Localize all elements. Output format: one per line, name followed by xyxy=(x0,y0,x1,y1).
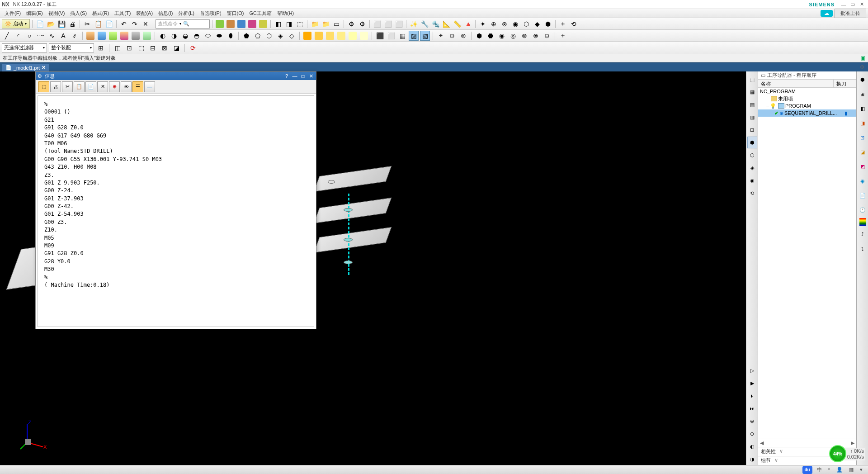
col-toolchange[interactable]: 换刀 xyxy=(834,80,856,87)
menu-prefs[interactable]: 首选项(P) xyxy=(197,9,224,18)
tool-icon[interactable]: ⬣ xyxy=(486,31,495,41)
tool-icon[interactable]: ◇ xyxy=(287,31,297,41)
tool-icon[interactable]: ⌖ xyxy=(436,31,446,41)
rail-icon[interactable]: ⬡ xyxy=(747,149,757,161)
hatch-icon[interactable]: ▧ xyxy=(420,31,430,41)
fillet-icon[interactable] xyxy=(131,31,141,41)
tool-icon[interactable] xyxy=(236,19,246,29)
footer-rel[interactable]: 相关性 xyxy=(761,448,776,455)
cut-icon[interactable]: ✂ xyxy=(82,19,92,29)
tool-icon[interactable]: ⊜ xyxy=(531,31,541,41)
resource-icon[interactable]: 🕐 xyxy=(858,204,868,216)
navigator-tree[interactable]: NC_PROGRAM 未用项 − 💡 PROGRAM ✔ ⊕ SEQUENTIA… xyxy=(758,88,856,439)
list-icon[interactable]: ☰ xyxy=(132,81,143,92)
tool-icon[interactable]: ⬛ xyxy=(375,31,385,41)
menu-file[interactable]: 文件(F) xyxy=(2,9,24,18)
rail-icon[interactable]: ⊕ xyxy=(747,415,757,427)
resource-icon[interactable]: ◧ xyxy=(858,102,868,115)
tool-icon[interactable]: ◐ xyxy=(158,31,168,41)
cut-icon[interactable]: ✂ xyxy=(62,81,73,92)
settings-gear-icon[interactable]: ⚙ xyxy=(860,64,866,71)
rail-icon[interactable]: ▷ xyxy=(747,365,757,376)
tree-unused[interactable]: 未用项 xyxy=(758,95,856,102)
graphics-viewport[interactable]: Z X ⚙ 信息 ? — ▭ ✕ ⬚ 🖨 ✂ 📋 📄 xyxy=(0,71,746,465)
mill-icon[interactable] xyxy=(348,31,358,41)
ime-dropdown-icon[interactable]: ▾ xyxy=(858,467,864,473)
select-icon[interactable]: ⬚ xyxy=(38,81,49,92)
arc-icon[interactable]: ◜ xyxy=(13,31,23,41)
view-icon[interactable]: 👁 xyxy=(121,81,132,92)
resource-icon[interactable]: ◩ xyxy=(858,160,868,173)
rail-icon[interactable]: ◑ xyxy=(747,453,757,465)
tool-icon[interactable] xyxy=(258,19,268,29)
info-titlebar[interactable]: ⚙ 信息 ? — ▭ ✕ xyxy=(36,72,316,80)
tool-icon[interactable]: ◈ xyxy=(275,31,285,41)
close-icon[interactable]: ✕ xyxy=(858,1,865,8)
rail-icon[interactable]: ▤ xyxy=(747,99,757,110)
gear-icon[interactable]: ⚙ xyxy=(38,73,42,79)
resource-icon[interactable] xyxy=(859,218,866,226)
print-icon[interactable]: 🖨 xyxy=(67,19,77,29)
menu-insert[interactable]: 插入(S) xyxy=(67,9,90,18)
menu-edit[interactable]: 编辑(E) xyxy=(24,9,46,18)
sweep-icon[interactable] xyxy=(108,31,118,41)
rail-icon[interactable]: ⊖ xyxy=(747,428,757,440)
rail-icon[interactable]: ⏵ xyxy=(747,390,757,402)
tool-icon[interactable]: 📐 xyxy=(441,19,451,29)
tool-icon[interactable]: ⊟ xyxy=(148,43,158,53)
plus-icon[interactable]: ＋ xyxy=(558,31,568,41)
col-name[interactable]: 名称 xyxy=(758,80,834,87)
curve-icon[interactable]: 〰 xyxy=(36,31,46,41)
menu-window[interactable]: 窗口(O) xyxy=(224,9,247,18)
mill-icon[interactable] xyxy=(325,31,335,41)
tool-icon[interactable]: ⟲ xyxy=(569,19,579,29)
tool-icon[interactable]: ⊠ xyxy=(160,43,170,53)
ime-icon[interactable]: 👤 xyxy=(835,467,844,473)
tool-icon[interactable]: ◫ xyxy=(113,43,123,53)
tool-icon[interactable]: ◑ xyxy=(169,31,179,41)
paste-icon[interactable]: 📄 xyxy=(104,19,114,29)
resource-icon[interactable]: ⤴ xyxy=(858,228,868,241)
launch-button[interactable]: 🔆启动▾ xyxy=(2,19,30,28)
line-icon[interactable]: ╱ xyxy=(2,31,12,41)
tool-icon[interactable]: ◪ xyxy=(171,43,181,53)
tree-operation[interactable]: ✔ ⊕ SEQUENTIAL_DRILL... ▮ xyxy=(758,109,856,117)
tool-icon[interactable]: ◓ xyxy=(192,31,202,41)
text-icon[interactable]: A xyxy=(58,31,68,41)
tab-close-icon[interactable]: ✕ xyxy=(42,65,46,71)
menu-gctools[interactable]: GC工具箱 xyxy=(246,9,274,18)
tool-icon[interactable]: ⊡ xyxy=(124,43,134,53)
rail-icon[interactable]: ▶ xyxy=(747,377,757,389)
redo-icon[interactable]: ↷ xyxy=(130,19,140,29)
mill-icon[interactable] xyxy=(302,31,312,41)
target-icon[interactable]: ⊕ xyxy=(109,81,120,92)
tool-icon[interactable] xyxy=(247,19,257,29)
tool-icon[interactable]: ⬡ xyxy=(264,31,274,41)
resource-icon[interactable]: ◨ xyxy=(858,117,868,129)
resource-icon[interactable]: ⬢ xyxy=(858,73,868,86)
tool-icon[interactable]: ⬢ xyxy=(543,19,553,29)
resource-icon[interactable]: ◉ xyxy=(858,175,868,187)
tool-icon[interactable]: ⬬ xyxy=(214,31,224,41)
rail-icon[interactable]: ◈ xyxy=(747,162,757,174)
copy-icon[interactable]: 📋 xyxy=(93,19,103,29)
menu-assembly[interactable]: 装配(A) xyxy=(133,9,156,18)
close-icon[interactable]: ✕ xyxy=(308,73,314,79)
tool-icon[interactable]: ◆ xyxy=(532,19,542,29)
cube-icon[interactable]: ◨ xyxy=(284,19,294,29)
delete-icon[interactable]: ✕ xyxy=(97,81,108,92)
minimize-icon[interactable]: — xyxy=(292,73,298,79)
tool-icon[interactable]: ◒ xyxy=(180,31,190,41)
save-icon[interactable]: 💾 xyxy=(57,19,66,29)
tool-icon[interactable]: ◉ xyxy=(497,31,507,41)
assembly-filter-combo[interactable]: 整个装配▾ xyxy=(49,43,94,52)
resource-icon[interactable]: ⊡ xyxy=(858,131,868,144)
tree-program[interactable]: − 💡 PROGRAM xyxy=(758,102,856,109)
file-tab[interactable]: 📄 _model1.prt ✕ xyxy=(2,64,49,71)
resource-icon[interactable]: ◪ xyxy=(858,146,868,158)
maximize-icon[interactable]: ▭ xyxy=(300,73,306,79)
upload-approve-button[interactable]: 批准上传 xyxy=(835,9,866,18)
rail-icon[interactable]: ⬚ xyxy=(747,73,757,85)
tool-icon[interactable]: ⊝ xyxy=(542,31,552,41)
tool-icon[interactable]: ⊛ xyxy=(519,31,529,41)
